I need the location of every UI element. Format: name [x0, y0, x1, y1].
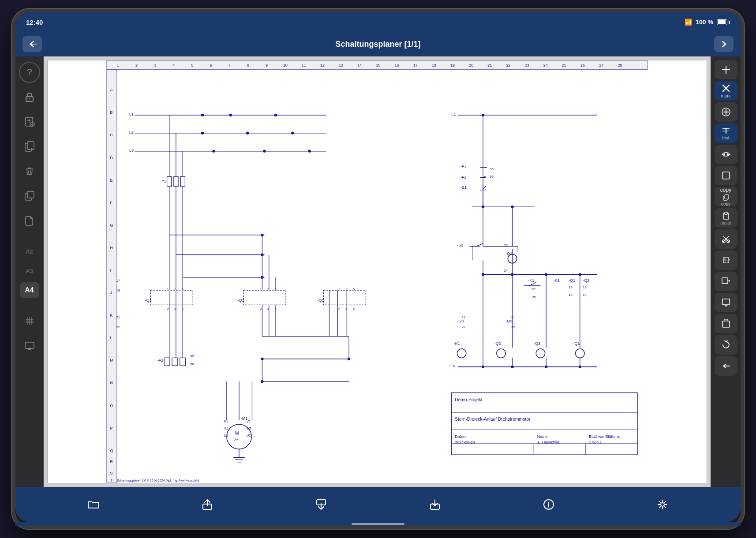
share-upload-button[interactable] [197, 494, 218, 515]
svg-text:14: 14 [569, 293, 573, 297]
delete-button[interactable] [19, 161, 40, 182]
back-button[interactable] [22, 36, 42, 52]
svg-rect-92 [174, 176, 178, 187]
help-button[interactable]: ? [19, 62, 40, 83]
info-button[interactable] [538, 494, 559, 515]
svg-text:21: 21 [462, 315, 466, 319]
svg-point-320 [548, 502, 549, 503]
a4-size-button[interactable]: A4 [20, 282, 39, 298]
svg-text:24: 24 [543, 63, 548, 67]
svg-text:-F2: -F2 [157, 358, 163, 362]
text-button[interactable]: text [715, 123, 737, 143]
svg-text:-Q2: -Q2 [583, 278, 589, 283]
add-page-button[interactable] [19, 111, 40, 132]
page-title: Schaltungsplaner [1/1] [335, 40, 420, 49]
svg-text:Q: Q [110, 448, 113, 453]
import-button[interactable] [424, 494, 445, 515]
svg-text:96: 96 [490, 175, 494, 179]
schematic-canvas[interactable]: 1 2 3 4 5 6 7 8 9 10 11 12 13 14 15 16 1 [44, 56, 711, 487]
settings-button[interactable] [652, 494, 673, 515]
grid-button[interactable] [19, 310, 40, 332]
svg-text:J: J [110, 291, 112, 295]
lock-button[interactable] [19, 86, 40, 108]
svg-text:-S2: -S2 [457, 243, 463, 247]
svg-rect-301 [725, 195, 729, 199]
svg-text:1: 1 [260, 287, 262, 291]
svg-text:S: S [110, 471, 113, 475]
fit-button[interactable] [715, 293, 737, 312]
time-display: 12:40 [26, 19, 43, 26]
battery-icon [717, 19, 730, 25]
paste-button[interactable]: paste [715, 208, 737, 228]
svg-text:-Q1: -Q1 [573, 341, 580, 346]
svg-text:L: L [110, 336, 112, 340]
svg-text:C: C [110, 133, 113, 137]
svg-point-321 [661, 503, 664, 506]
svg-text:U2: U2 [247, 433, 251, 437]
svg-text:Name:: Name: [537, 434, 549, 439]
svg-text:-F2: -F2 [460, 175, 466, 179]
svg-point-84 [292, 132, 294, 134]
svg-text:T: T [110, 478, 113, 482]
svg-text:-Q3: -Q3 [457, 319, 464, 323]
tablet-frame: 12:40 📶 100 % Schaltungsplaner [1/1] [12, 9, 744, 529]
svg-rect-91 [167, 176, 172, 187]
svg-rect-54 [107, 69, 117, 483]
svg-text:R: R [110, 460, 113, 464]
svg-text:27: 27 [532, 287, 536, 291]
svg-text:13: 13 [339, 63, 343, 67]
svg-point-248 [261, 234, 263, 236]
number-button[interactable]: 1 [715, 250, 737, 270]
svg-text:6: 6 [353, 307, 355, 311]
svg-text:D: D [110, 156, 113, 160]
svg-text:2: 2 [167, 307, 169, 311]
svg-text:2: 2 [135, 63, 138, 67]
mark-button[interactable]: mark [715, 81, 737, 101]
add-symbol-button[interactable] [715, 102, 737, 122]
svg-rect-133 [180, 358, 186, 366]
svg-point-280 [511, 273, 513, 276]
text-label: text [722, 135, 729, 140]
resize-button[interactable] [715, 272, 737, 291]
undo-arrow-button[interactable] [715, 356, 737, 376]
svg-point-274 [511, 206, 513, 208]
svg-text:-Q1: -Q1 [569, 278, 575, 283]
cut-button[interactable] [715, 229, 737, 249]
copy-page-button[interactable] [19, 136, 40, 157]
svg-text:Datum:: Datum: [455, 434, 468, 439]
svg-point-254 [348, 358, 350, 360]
svg-text:3: 3 [154, 63, 156, 67]
display-button[interactable] [19, 335, 40, 356]
svg-text:28: 28 [618, 63, 622, 67]
svg-line-284 [529, 282, 536, 286]
svg-text:2: 2 [260, 307, 262, 311]
shrink-button[interactable] [715, 314, 737, 333]
add-crosshair-button[interactable] [715, 60, 737, 79]
move-button[interactable] [715, 145, 737, 164]
a2-size-button[interactable]: A2 [20, 243, 39, 259]
svg-text:17: 17 [413, 63, 418, 67]
svg-text:-Q2: -Q2 [505, 319, 512, 323]
svg-text:I: I [110, 268, 111, 273]
svg-point-250 [261, 276, 263, 278]
bottom-toolbar [15, 487, 741, 522]
a3-size-button[interactable]: A3 [20, 263, 39, 279]
svg-text:L3: L3 [129, 148, 134, 153]
duplicate-button[interactable] [19, 185, 40, 206]
svg-text:1: 1 [117, 63, 119, 67]
svg-rect-310 [722, 299, 730, 305]
frame-button[interactable] [715, 166, 737, 185]
svg-text:O: O [110, 404, 113, 408]
svg-text:24: 24 [504, 269, 508, 273]
rotate-button[interactable] [715, 335, 737, 355]
svg-rect-123 [324, 290, 366, 305]
copy-button[interactable]: copy copy [715, 187, 737, 206]
navigation-bar: Schaltungsplaner [1/1] [15, 32, 741, 56]
new-page-button[interactable] [19, 210, 40, 231]
export-button[interactable] [311, 494, 332, 515]
svg-text:1: 1 [338, 287, 340, 291]
svg-text:U1: U1 [224, 433, 228, 437]
forward-button[interactable] [714, 36, 734, 52]
svg-point-83 [247, 132, 249, 134]
folder-button[interactable] [83, 494, 104, 515]
